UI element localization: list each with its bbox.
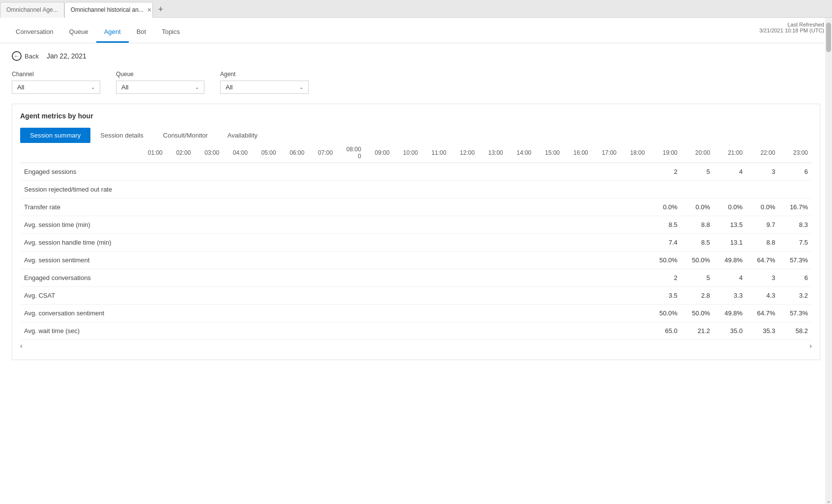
- th-23: 23:00: [779, 143, 812, 163]
- th-10: 10:00: [394, 143, 422, 163]
- sub-tab-availability[interactable]: Availability: [218, 128, 267, 143]
- metric-value-cell: [252, 163, 280, 181]
- filters-row: Channel All ⌄ Queue All ⌄ Agent All ⌄: [12, 71, 820, 94]
- metric-value-cell: [592, 252, 621, 269]
- metric-value-cell: [422, 287, 450, 305]
- metric-value-cell: [564, 269, 592, 287]
- metric-value-cell: [280, 163, 309, 181]
- table-wrapper[interactable]: 01:00 02:00 03:00 04:00 05:00 06:00 07:0…: [20, 143, 812, 352]
- filter-agent-value: All: [226, 84, 232, 91]
- metric-value-cell: [308, 287, 337, 305]
- metric-value-cell: [592, 287, 621, 305]
- metric-value-cell: [564, 163, 592, 181]
- metric-value-cell: [252, 305, 280, 322]
- metric-value-cell: [365, 252, 394, 269]
- sub-tab-session-summary[interactable]: Session summary: [20, 128, 90, 143]
- scroll-left-arrow[interactable]: ‹: [20, 342, 23, 350]
- metric-value-cell: [479, 198, 507, 216]
- table-row: Avg. session sentiment50.0%50.0%49.8%64.…: [20, 252, 812, 269]
- th-17: 17:00: [592, 143, 621, 163]
- metric-value-cell: [564, 252, 592, 269]
- metric-name-cell: Transfer rate: [20, 198, 138, 216]
- nav-tab-agent[interactable]: Agent: [96, 22, 129, 43]
- metric-value-cell: 0.0%: [649, 198, 681, 216]
- top-nav: Conversation Queue Agent Bot Topics Last…: [0, 18, 832, 43]
- browser-tab-2-label: Omnichannel historical an...: [71, 6, 143, 13]
- metric-value-cell: [223, 163, 252, 181]
- metric-name-cell: Avg. CSAT: [20, 287, 138, 305]
- browser-tab-1[interactable]: Omnichannel Age...: [0, 2, 64, 18]
- nav-tab-bot[interactable]: Bot: [129, 22, 154, 43]
- table-body: Engaged sessions25436Session rejected/ti…: [20, 163, 812, 340]
- filter-queue: Queue All ⌄: [116, 71, 204, 94]
- filter-agent-select[interactable]: All ⌄: [220, 81, 309, 94]
- metric-value-cell: [450, 305, 479, 322]
- back-button[interactable]: ← Back: [12, 51, 39, 61]
- filter-queue-value: All: [121, 84, 128, 91]
- browser-tab-2[interactable]: Omnichannel historical an... ×: [64, 2, 153, 18]
- metric-value-cell: [564, 305, 592, 322]
- metric-value-cell: 4: [714, 269, 746, 287]
- metric-value-cell: [195, 216, 223, 234]
- metric-value-cell: [195, 305, 223, 322]
- metric-value-cell: [337, 269, 365, 287]
- metric-value-cell: 65.0: [649, 322, 681, 340]
- metric-value-cell: [422, 305, 450, 322]
- table-row: Avg. session time (min)8.58.813.59.78.3: [20, 216, 812, 234]
- metric-value-cell: [394, 305, 422, 322]
- scrollbar-thumb[interactable]: [826, 23, 831, 52]
- metric-value-cell: 50.0%: [682, 252, 714, 269]
- metric-value-cell: 21.2: [682, 322, 714, 340]
- metric-value-cell: [308, 198, 337, 216]
- nav-tab-queue[interactable]: Queue: [61, 22, 96, 43]
- metric-value-cell: 16.7%: [779, 198, 812, 216]
- vertical-scrollbar[interactable]: ⌄: [825, 18, 832, 504]
- metric-value-cell: [450, 252, 479, 269]
- metric-value-cell: [507, 305, 536, 322]
- metric-value-cell: 8.8: [746, 234, 779, 252]
- filter-queue-select[interactable]: All ⌄: [116, 81, 204, 94]
- new-tab-button[interactable]: +: [153, 2, 169, 18]
- metric-value-cell: [223, 305, 252, 322]
- metric-value-cell: [223, 322, 252, 340]
- metric-value-cell: [138, 181, 167, 198]
- table-row: Avg. CSAT3.52.83.34.33.2: [20, 287, 812, 305]
- metric-value-cell: 5: [682, 269, 714, 287]
- table-row: Avg. session handle time (min)7.48.513.1…: [20, 234, 812, 252]
- nav-tab-topics[interactable]: Topics: [154, 22, 188, 43]
- sub-tab-session-details[interactable]: Session details: [90, 128, 153, 143]
- filter-queue-label: Queue: [116, 71, 204, 78]
- metric-value-cell: [365, 198, 394, 216]
- filter-agent-chevron: ⌄: [299, 84, 303, 90]
- metric-value-cell: [337, 234, 365, 252]
- back-row: ← Back Jan 22, 2021: [12, 51, 820, 61]
- filter-channel-select[interactable]: All ⌄: [12, 81, 100, 94]
- browser-tab-1-label: Omnichannel Age...: [6, 6, 58, 13]
- metric-value-cell: [223, 216, 252, 234]
- metric-value-cell: [308, 305, 337, 322]
- metric-value-cell: [507, 234, 536, 252]
- metric-value-cell: 8.5: [682, 234, 714, 252]
- metric-value-cell: [592, 234, 621, 252]
- filter-agent: Agent All ⌄: [220, 71, 309, 94]
- metric-value-cell: [167, 322, 195, 340]
- metric-value-cell: [507, 269, 536, 287]
- browser-tab-2-close[interactable]: ×: [147, 6, 151, 13]
- th-metric: [20, 143, 138, 163]
- metric-value-cell: 3.2: [779, 287, 812, 305]
- scroll-down-button[interactable]: ⌄: [825, 497, 832, 504]
- metric-value-cell: [138, 287, 167, 305]
- metric-value-cell: [223, 234, 252, 252]
- nav-tab-conversation[interactable]: Conversation: [8, 22, 61, 43]
- metric-value-cell: [479, 305, 507, 322]
- th-16: 16:00: [564, 143, 592, 163]
- metric-value-cell: [252, 234, 280, 252]
- metric-value-cell: [280, 198, 309, 216]
- sub-tab-consult-monitor[interactable]: Consult/Monitor: [153, 128, 218, 143]
- metric-value-cell: 57.3%: [779, 305, 812, 322]
- metric-value-cell: [450, 287, 479, 305]
- metric-value-cell: [252, 322, 280, 340]
- metric-value-cell: [308, 216, 337, 234]
- scroll-right-arrow[interactable]: ›: [809, 342, 812, 350]
- metric-value-cell: [422, 181, 450, 198]
